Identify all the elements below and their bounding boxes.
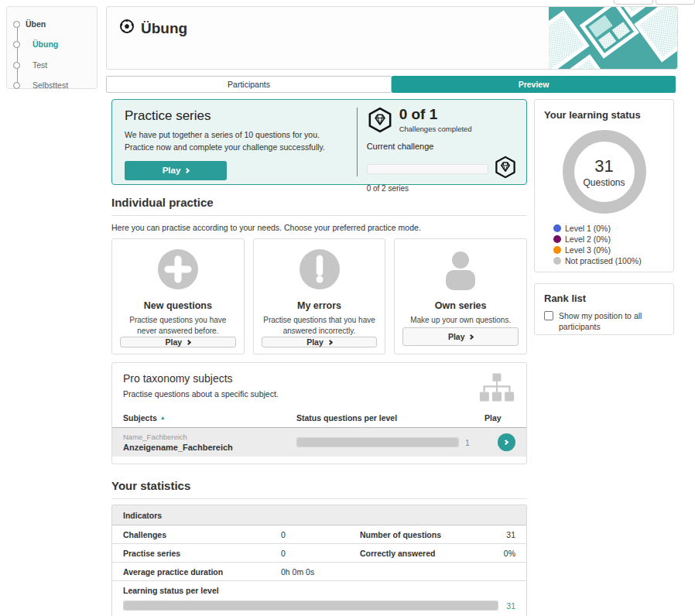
cutoff-button-2[interactable] bbox=[656, 0, 695, 5]
legend-label: Not practised (100%) bbox=[565, 256, 642, 265]
challenges-count: 0 of 1 bbox=[399, 107, 472, 123]
taxonomy-description: Practise questions about a specific subj… bbox=[123, 389, 515, 399]
individual-practice-title: Individual practice bbox=[111, 196, 527, 216]
step-circle-icon bbox=[13, 21, 20, 28]
chevron-right-icon bbox=[327, 339, 333, 344]
legend-item: Level 2 (0%) bbox=[553, 234, 664, 244]
card-own-series: Own series Make up your own questions. P… bbox=[394, 238, 527, 354]
practice-series-card: Practice series We have put together a s… bbox=[111, 99, 527, 185]
stat-value: 0h 0m 0s bbox=[281, 567, 360, 577]
tab-participants[interactable]: Participants bbox=[106, 76, 392, 93]
view-tabs: Participants Preview bbox=[106, 76, 676, 93]
sidebar-item-ueben[interactable]: Üben bbox=[7, 19, 46, 29]
card-title: Own series bbox=[435, 300, 487, 311]
sidebar-item-selbsttest[interactable]: Selbsttest bbox=[7, 80, 68, 90]
stat-label: Average practice duration bbox=[123, 567, 281, 577]
statistics-title: Your statistics bbox=[111, 479, 527, 499]
individual-practice-description: Here you can practise according to your … bbox=[111, 223, 527, 232]
page-title: Übung bbox=[119, 19, 187, 38]
stat-value: 31 bbox=[472, 530, 515, 539]
card-description: Practise questions you have never answer… bbox=[120, 315, 236, 337]
chevron-right-icon bbox=[184, 167, 190, 173]
chevron-right-icon bbox=[503, 440, 508, 445]
statistics-table-header: Indicators bbox=[112, 505, 526, 525]
tab-label: Participants bbox=[228, 80, 270, 89]
legend-dot-not-practised bbox=[553, 257, 561, 265]
plus-circle-icon bbox=[157, 248, 199, 293]
my-errors-play-button[interactable]: Play bbox=[262, 337, 378, 347]
statistics-table: Indicators Challenges 0 Number of questi… bbox=[111, 505, 527, 616]
stat-value: 0 bbox=[281, 549, 360, 558]
legend-dot-level2 bbox=[553, 235, 561, 243]
card-title: My errors bbox=[297, 300, 341, 311]
legend-label: Level 3 (0%) bbox=[565, 245, 611, 255]
taxonomy-table-header: Subjects▲ Status questions per level Pla… bbox=[112, 409, 526, 428]
stepper-connector-line bbox=[17, 24, 18, 87]
card-new-questions: New questions Practise questions you hav… bbox=[111, 238, 245, 354]
learning-status-title: Your learning status bbox=[544, 109, 664, 121]
page-header: Übung bbox=[106, 6, 678, 70]
new-questions-play-button[interactable]: Play bbox=[120, 337, 236, 347]
subject-name: Name_Fachbereich bbox=[123, 433, 296, 441]
stat-label: Learning status per level bbox=[123, 586, 515, 595]
level-progressbar-fill bbox=[297, 438, 458, 447]
sidebar-item-test[interactable]: Test bbox=[7, 60, 47, 70]
practice-series-description: We have put together a series of 10 ques… bbox=[125, 128, 337, 154]
stat-label: Challenges bbox=[123, 530, 281, 539]
tab-preview[interactable]: Preview bbox=[392, 76, 676, 93]
practice-series-play-button[interactable]: Play bbox=[125, 161, 227, 180]
challenge-badge-icon bbox=[367, 107, 393, 136]
page-title-text: Übung bbox=[141, 20, 187, 37]
sort-ascending-icon: ▲ bbox=[160, 415, 166, 420]
column-subjects[interactable]: Subjects▲ bbox=[123, 413, 296, 423]
sidebar-item-label: Test bbox=[33, 60, 47, 70]
legend-label: Level 2 (0%) bbox=[565, 234, 611, 244]
practice-mode-cards: New questions Practise questions you hav… bbox=[111, 238, 527, 354]
table-row: Name_Fachbereich Anzeigename_Fachbereich… bbox=[112, 428, 526, 457]
sidebar-item-uebung[interactable]: Übung bbox=[7, 39, 58, 49]
current-challenge-label: Current challenge bbox=[367, 142, 517, 151]
stat-label: Practise series bbox=[123, 549, 281, 558]
sidebar-item-label: Üben bbox=[26, 19, 46, 29]
stat-value: 0 bbox=[281, 530, 360, 539]
subject-cell: Name_Fachbereich Anzeigename_Fachbereich bbox=[123, 433, 296, 452]
learning-status-card: Your learning status 31 Questions Level … bbox=[534, 99, 674, 272]
level-progressbar bbox=[296, 437, 459, 447]
series-progress-caption: 0 of 2 series bbox=[367, 184, 517, 193]
challenges-caption: Challenges completed bbox=[399, 125, 472, 133]
table-row: Challenges 0 Number of questions 31 bbox=[112, 525, 526, 544]
taxonomy-subjects-card: Pro taxonomy subjects Practise questions… bbox=[111, 362, 527, 464]
legend-dot-level1 bbox=[553, 224, 561, 232]
workflow-stepper: Üben Übung Test Selbsttest bbox=[6, 6, 98, 89]
card-my-errors: My errors Practise questions that you ha… bbox=[253, 238, 386, 354]
learning-status-row: Learning status per level 31 bbox=[112, 581, 526, 616]
challenge-badge-icon bbox=[494, 156, 517, 182]
cutoff-button-1[interactable] bbox=[614, 0, 653, 5]
column-play: Play bbox=[484, 413, 515, 423]
status-cell: 1 bbox=[296, 437, 484, 447]
play-button-label: Play bbox=[306, 337, 324, 347]
donut-legend: Level 1 (0%) Level 2 (0%) Level 3 (0%) N… bbox=[553, 224, 664, 265]
play-button-label: Play bbox=[166, 337, 183, 347]
stat-value: 0% bbox=[472, 549, 515, 558]
card-title: New questions bbox=[144, 300, 212, 311]
column-status: Status questions per level bbox=[296, 413, 484, 423]
show-position-checkbox[interactable] bbox=[544, 311, 553, 320]
header-map-image bbox=[549, 7, 677, 69]
step-circle-icon bbox=[13, 41, 20, 48]
legend-item: Not practised (100%) bbox=[553, 256, 664, 265]
stat-label: Number of questions bbox=[360, 530, 472, 539]
sidebar-item-label: Übung bbox=[33, 39, 58, 49]
donut-value: 31 bbox=[594, 156, 613, 176]
own-series-play-button[interactable]: Play bbox=[402, 327, 519, 346]
table-row: Practise series 0 Correctly answered 0% bbox=[112, 544, 526, 563]
table-row: Average practice duration 0h 0m 0s bbox=[112, 563, 526, 581]
taxonomy-tree-icon bbox=[478, 372, 515, 406]
legend-dot-level3 bbox=[553, 246, 561, 254]
subject-play-button[interactable] bbox=[498, 433, 515, 451]
card-description: Make up your own questions. bbox=[410, 315, 511, 326]
soccer-ball-icon bbox=[119, 19, 135, 38]
question-count: 1 bbox=[465, 438, 470, 447]
play-button-label: Play bbox=[448, 332, 465, 341]
learning-level-value: 31 bbox=[506, 601, 515, 611]
